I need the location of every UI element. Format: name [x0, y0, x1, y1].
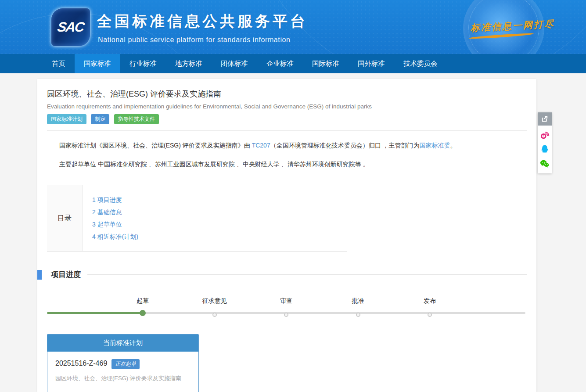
- share-toolbar: [538, 112, 552, 173]
- tag-guiding-technical-doc: 指导性技术文件: [114, 114, 159, 124]
- step-drafting: 起草: [140, 310, 146, 316]
- step-label: 征求意见: [202, 297, 227, 305]
- step-comments: 征求意见: [212, 312, 217, 316]
- step-review: 审查: [284, 312, 288, 316]
- progress-stepper: 起草 征求意见 审查 批准 发布: [47, 291, 525, 316]
- plan-code: 20251516-Z-469: [55, 360, 107, 367]
- progress-track-fill: [47, 312, 143, 314]
- step-label: 起草: [137, 297, 149, 305]
- plan-status-badge: 正在起草: [111, 359, 140, 369]
- toc-label: 目录: [47, 185, 83, 251]
- step-dot-icon: [428, 313, 432, 317]
- standard-title-en: Evaluation requirements and implementati…: [47, 103, 527, 110]
- section-title: 项目进度: [51, 270, 81, 280]
- tag-formulate: 制定: [91, 114, 109, 124]
- step-dot-icon: [212, 313, 217, 317]
- toc-link-project-progress[interactable]: 1 项目进度: [92, 195, 138, 204]
- plan-card-header: 当前标准计划: [47, 334, 198, 352]
- section-bar-icon: [37, 270, 42, 280]
- nav-item-home[interactable]: 首页: [43, 54, 75, 73]
- qq-share-button[interactable]: [538, 142, 552, 156]
- site-header: 标准信息一网打尽 SAC 全国标准信息公共服务平台 National publi…: [0, 0, 586, 54]
- main-nav: 首页 国家标准 行业标准 地方标准 团体标准 企业标准 国际标准 国外标准 技术…: [0, 54, 586, 73]
- sac-logo[interactable]: SAC: [51, 8, 90, 46]
- toc-box: 目录 1 项目进度 2 基础信息 3 起草单位 4 相近标准(计划): [47, 185, 347, 252]
- nav-item-industry-standards[interactable]: 行业标准: [120, 54, 166, 73]
- intro-prefix: 国家标准计划《园区环境、社会、治理(ESG) 评价要求及实施指南》由: [59, 142, 252, 149]
- step-publish: 发布: [428, 312, 432, 316]
- toc-link-similar-standards[interactable]: 4 相近标准(计划): [92, 232, 138, 241]
- tc207-link[interactable]: TC207: [252, 142, 270, 149]
- toc-link-basic-info[interactable]: 2 基础信息: [92, 208, 138, 216]
- tag-national-standard-plan: 国家标准计划: [47, 114, 86, 124]
- nav-item-national-standards[interactable]: 国家标准: [75, 54, 120, 73]
- step-label: 批准: [352, 297, 364, 305]
- drafting-paragraph: 主要起草单位 中国标准化研究院 、苏州工业园区城市发展研究院 、中央财经大学 、…: [47, 160, 527, 169]
- sac-logo-text: SAC: [57, 19, 85, 35]
- wechat-share-button[interactable]: [538, 156, 552, 171]
- intro-suffix: 。: [450, 142, 457, 149]
- weibo-icon: [539, 130, 550, 140]
- nav-item-group-standards[interactable]: 团体标准: [212, 54, 257, 73]
- step-label: 审查: [280, 297, 292, 305]
- content-panel: 园区环境、社会、治理(ESG) 评价要求及实施指南 Evaluation req…: [37, 79, 536, 392]
- divider: [47, 130, 527, 131]
- weibo-share-button[interactable]: [538, 127, 552, 142]
- step-approval: 批准: [356, 312, 360, 316]
- share-button[interactable]: [538, 112, 552, 126]
- intro-paragraph: 国家标准计划《园区环境、社会、治理(ESG) 评价要求及实施指南》由 TC207…: [47, 141, 527, 150]
- current-plan-card: 当前标准计划 20251516-Z-469正在起草 园区环境、社会、治理(ESG…: [47, 334, 199, 392]
- step-label: 发布: [424, 297, 436, 305]
- step-dot-active-icon: [140, 310, 146, 316]
- tag-row: 国家标准计划 制定 指导性技术文件: [47, 114, 527, 124]
- nav-item-foreign-standards[interactable]: 国外标准: [349, 54, 394, 73]
- site-subtitle: National public service platform for sta…: [98, 36, 291, 44]
- intro-middle: （全国环境管理标准化技术委员会）归口 ，主管部门为: [270, 142, 420, 149]
- sac-committee-link[interactable]: 国家标准委: [420, 142, 450, 149]
- section-rule: [87, 274, 527, 275]
- nav-item-technical-committees[interactable]: 技术委员会: [394, 54, 447, 73]
- nav-item-local-standards[interactable]: 地方标准: [166, 54, 212, 73]
- toc-link-drafting-units[interactable]: 3 起草单位: [92, 220, 138, 229]
- nav-item-enterprise-standards[interactable]: 企业标准: [257, 54, 303, 73]
- step-dot-icon: [284, 313, 288, 317]
- standard-title-zh: 园区环境、社会、治理(ESG) 评价要求及实施指南: [47, 89, 527, 99]
- section-heading-progress: 项目进度: [37, 270, 527, 280]
- wechat-icon: [539, 159, 550, 169]
- step-dot-icon: [356, 313, 360, 317]
- plan-name: 园区环境、社会、治理(ESG) 评价要求及实施指南: [55, 374, 191, 382]
- site-title: 全国标准信息公共服务平台: [97, 11, 308, 32]
- nav-item-international-standards[interactable]: 国际标准: [303, 54, 349, 73]
- share-export-icon: [541, 115, 549, 123]
- qq-icon: [540, 144, 550, 155]
